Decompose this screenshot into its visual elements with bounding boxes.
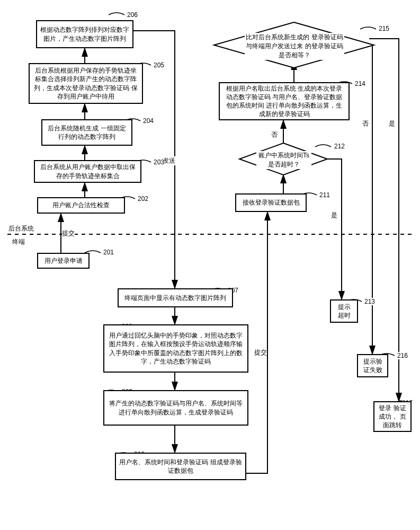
num-203: 203 [154,158,164,166]
edge-212-no: 否 [271,130,278,139]
node-201: 用户登录申请 [37,253,90,269]
num-213: 213 [364,298,375,305]
node-205: 后台系统根据用户保存的手势轨迹坐标集合选择排列新产生的动态数字阵列，生成本次登录… [29,63,143,104]
node-210: 用户名、系统时间和登录验证码 组成登录验证数据包 [115,453,246,480]
num-215: 215 [379,25,389,32]
num-211: 211 [319,191,330,199]
edge-submit-2: 提交 [254,348,267,357]
node-209: 将产生的动态数字验证码与用户名、系统时间等进行单向散列函数运算，生成登录验证码 [103,390,248,426]
num-216: 216 [397,352,408,359]
edge-215-yes: 是 [389,119,395,128]
node-202: 用户账户合法性检查 [37,197,125,214]
edge-submit-1: 提交 [62,229,75,238]
num-202: 202 [138,195,148,202]
edge-215-no: 否 [362,119,369,128]
num-204: 204 [143,117,154,125]
node-211: 接收登录验证数据包 [235,193,307,212]
num-212: 212 [334,143,345,150]
node-213: 提示 超时 [330,299,358,323]
zone-backend-label: 后台系统 [8,224,34,233]
num-214: 214 [355,80,365,87]
num-205: 205 [154,61,164,69]
node-203: 后台系统从用户账户数据中取出保存的手势轨迹坐标集合 [34,160,141,183]
num-201: 201 [103,249,114,256]
node-214: 根据用户名取出后台系统 生成的本次登录动态数字验证码 与用户名、登录验证数据包的… [219,82,350,120]
node-216: 提示验 证失败 [357,354,388,377]
num-206: 206 [127,11,138,19]
edge-send: 发送 [163,156,175,165]
node-207: 终端页面中显示有动态数字图片阵列 [118,288,233,307]
node-208: 用户通过回忆头脑中的手势印象，对照动态数字图片阵列，在输入框按预设手势运动轨迹顺… [103,324,248,373]
node-206: 根据动态数字阵列排列对应数字图片，产生动态数字图片阵列 [36,20,133,48]
node-212: 账户中系统时间Ts 是否超时？ [256,151,311,169]
node-217: 登录 验证成功， 页面跳转 [373,401,412,432]
node-215: 比对后台系统新生成的 登录验证码与终端用户发送过来 的登录验证码是否相等？ [245,33,344,60]
edge-212-yes: 是 [331,211,337,220]
node-204: 后台系统随机生成 一组固定行列的动态数字阵列 [41,119,132,146]
zone-terminal-label: 终端 [12,237,25,246]
